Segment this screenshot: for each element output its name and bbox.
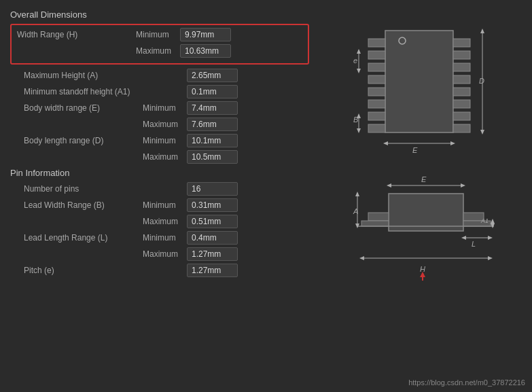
svg-rect-10 xyxy=(453,51,470,59)
left-panel: Overall Dimensions Width Range (H) Minim… xyxy=(0,0,319,392)
width-min-label: Minimum xyxy=(136,30,180,39)
lead-width-max-row: Maximum 0.51mm xyxy=(10,215,309,228)
svg-rect-34 xyxy=(389,194,463,231)
right-panel: e B D xyxy=(319,0,532,392)
svg-rect-7 xyxy=(368,112,385,120)
pitch-label: Pitch (e) xyxy=(24,266,143,275)
svg-text:e: e xyxy=(353,56,357,65)
top-diagram: e B D xyxy=(348,10,504,160)
svg-rect-0 xyxy=(385,31,453,132)
body-length-min-value[interactable]: 10.1mm xyxy=(187,134,238,147)
svg-marker-61 xyxy=(488,256,493,260)
svg-marker-54 xyxy=(488,236,493,240)
overall-dimensions-title: Overall Dimensions xyxy=(10,10,309,20)
num-pins-label: Number of pins xyxy=(24,184,143,194)
lead-length-max-label: Maximum xyxy=(143,249,187,259)
svg-text:D: D xyxy=(479,77,484,85)
body-width-max-value[interactable]: 7.6mm xyxy=(187,118,238,131)
pitch-row: Pitch (e) 1.27mm xyxy=(10,264,309,277)
lead-width-min-label: Minimum xyxy=(143,200,187,210)
min-standoff-label: Minimum standoff height (A1) xyxy=(24,87,143,96)
lead-width-max-value[interactable]: 0.51mm xyxy=(187,215,238,228)
svg-text:L: L xyxy=(472,240,476,248)
lead-length-max-row: Maximum 1.27mm xyxy=(10,247,309,261)
width-range-group: Width Range (H) Minimum 9.97mm Maximum 1… xyxy=(10,24,309,65)
pin-information-title: Pin Information xyxy=(10,168,309,178)
min-standoff-row: Minimum standoff height (A1) 0.1mm xyxy=(10,85,309,99)
top-diagram-svg: e B D xyxy=(348,10,504,160)
svg-text:A1: A1 xyxy=(480,217,489,224)
svg-marker-28 xyxy=(480,29,484,33)
svg-rect-12 xyxy=(453,75,470,84)
svg-marker-49 xyxy=(387,183,391,188)
body-length-min-row: Body length range (D) Minimum 10.1mm xyxy=(10,134,309,147)
min-standoff-value[interactable]: 0.1mm xyxy=(187,85,238,99)
svg-rect-9 xyxy=(453,39,470,47)
svg-marker-25 xyxy=(357,128,361,133)
bottom-diagram-svg: A A1 E L xyxy=(348,166,504,289)
svg-marker-42 xyxy=(355,192,359,196)
svg-text:E: E xyxy=(421,175,427,183)
num-pins-value[interactable]: 16 xyxy=(187,182,238,196)
max-height-label: Maximum Height (A) xyxy=(24,71,143,80)
width-range-label: Width Range (H) xyxy=(17,30,136,39)
num-pins-row: Number of pins 16 xyxy=(10,182,309,196)
max-height-value[interactable]: 2.65mm xyxy=(187,69,238,82)
url-text: https://blog.csdn.net/m0_37872216 xyxy=(408,378,525,387)
svg-rect-8 xyxy=(368,124,385,132)
svg-rect-1 xyxy=(368,39,385,47)
lead-length-max-value[interactable]: 1.27mm xyxy=(187,247,238,261)
lead-width-min-value[interactable]: 0.31mm xyxy=(187,198,238,212)
body-length-label: Body length range (D) xyxy=(24,136,143,145)
body-width-label: Body width range (E) xyxy=(24,103,143,113)
svg-rect-36 xyxy=(361,221,389,226)
width-max-value[interactable]: 10.63mm xyxy=(180,44,231,58)
svg-marker-53 xyxy=(461,236,466,240)
overall-dimensions-section: Overall Dimensions Width Range (H) Minim… xyxy=(10,10,309,164)
svg-rect-14 xyxy=(453,100,470,108)
lead-length-label: Lead Length Range (L) xyxy=(24,233,143,243)
svg-marker-21 xyxy=(357,69,361,73)
pitch-value[interactable]: 1.27mm xyxy=(187,264,238,277)
width-min-value[interactable]: 9.97mm xyxy=(180,28,231,41)
svg-marker-46 xyxy=(491,219,495,224)
body-width-min-label: Minimum xyxy=(143,103,187,113)
width-range-max-row: Maximum 10.63mm xyxy=(17,44,302,58)
lead-width-label: Lead Width Range (B) xyxy=(24,200,143,210)
svg-rect-2 xyxy=(368,51,385,59)
svg-rect-13 xyxy=(453,88,470,96)
body-width-min-row: Body width range (E) Minimum 7.4mm xyxy=(10,101,309,115)
svg-rect-6 xyxy=(368,100,385,108)
svg-rect-15 xyxy=(453,112,470,120)
svg-text:E: E xyxy=(412,146,418,154)
svg-marker-20 xyxy=(357,49,361,54)
svg-marker-60 xyxy=(359,256,364,260)
svg-marker-29 xyxy=(480,130,484,135)
main-container: Overall Dimensions Width Range (H) Minim… xyxy=(0,0,532,392)
svg-rect-4 xyxy=(368,75,385,84)
lead-length-min-row: Lead Length Range (L) Minimum 0.4mm xyxy=(10,231,309,245)
pin-information-section: Pin Information Number of pins 16 Lead W… xyxy=(10,168,309,277)
svg-rect-16 xyxy=(453,124,470,132)
svg-marker-31 xyxy=(383,141,388,145)
bottom-diagram: A A1 E L xyxy=(348,166,504,289)
body-length-max-value[interactable]: 10.5mm xyxy=(187,150,238,164)
lead-length-min-value[interactable]: 0.4mm xyxy=(187,231,238,245)
svg-rect-11 xyxy=(453,63,470,71)
lead-width-max-label: Maximum xyxy=(143,217,187,226)
body-length-max-row: Maximum 10.5mm xyxy=(10,150,309,164)
lead-length-min-label: Minimum xyxy=(143,233,187,243)
svg-rect-3 xyxy=(368,63,385,71)
svg-marker-50 xyxy=(461,183,465,188)
svg-rect-5 xyxy=(368,88,385,96)
body-length-min-label: Minimum xyxy=(143,136,187,145)
body-width-max-label: Maximum xyxy=(143,120,187,129)
svg-rect-35 xyxy=(368,213,389,221)
max-height-row: Maximum Height (A) 2.65mm xyxy=(10,69,309,82)
svg-marker-32 xyxy=(450,141,455,145)
lead-width-min-row: Lead Width Range (B) Minimum 0.31mm xyxy=(10,198,309,212)
body-length-max-label: Maximum xyxy=(143,152,187,162)
body-width-min-value[interactable]: 7.4mm xyxy=(187,101,238,115)
body-width-max-row: Maximum 7.6mm xyxy=(10,118,309,131)
width-range-min-row: Width Range (H) Minimum 9.97mm xyxy=(17,28,302,41)
